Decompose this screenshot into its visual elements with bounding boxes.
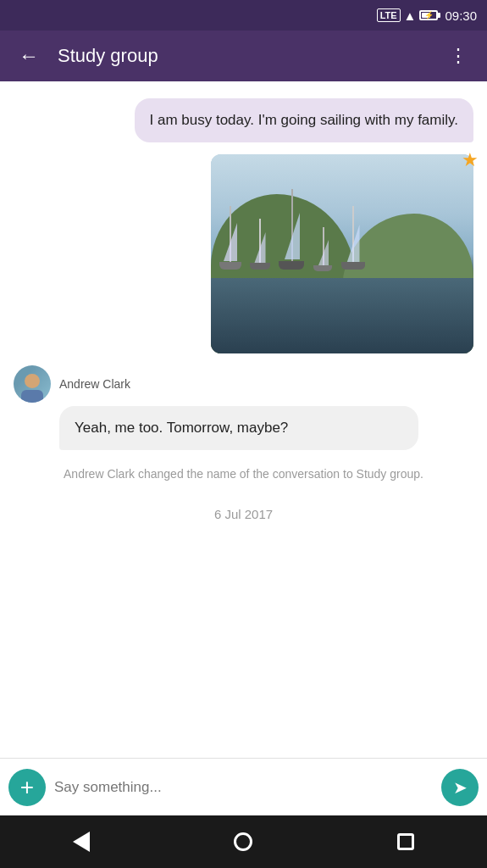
nav-back-icon	[73, 832, 90, 852]
back-button[interactable]: ←	[14, 41, 44, 71]
outgoing-message: I am busy today. I'm going sailing with …	[135, 98, 473, 142]
status-bar: LTE ▲ ⚡ 09:30	[0, 0, 487, 31]
chat-area: I am busy today. I'm going sailing with …	[0, 81, 487, 758]
avatar-body	[21, 390, 43, 403]
more-options-button[interactable]: ⋮	[443, 41, 473, 71]
nav-home-icon	[234, 832, 252, 851]
image-message[interactable]: ★	[211, 154, 473, 353]
status-icons: LTE ▲ ⚡ 09:30	[377, 8, 477, 23]
signal-icon: ▲	[404, 8, 417, 23]
send-button[interactable]: ➤	[441, 769, 479, 806]
avatar-person	[20, 370, 44, 403]
nav-recents-icon	[397, 833, 414, 850]
input-bar: + ➤	[0, 758, 487, 815]
incoming-bubble: Yeah, me too. Tomorrow, maybe?	[59, 406, 418, 450]
date-divider: 6 Jul 2017	[14, 507, 473, 521]
nav-back-button[interactable]	[60, 821, 102, 863]
incoming-message: Andrew Clark Yeah, me too. Tomorrow, may…	[14, 365, 473, 450]
message-input[interactable]	[54, 779, 433, 796]
sender-info: Andrew Clark	[14, 365, 473, 403]
send-icon: ➤	[453, 777, 468, 798]
harbor-image	[211, 154, 473, 353]
battery-icon: ⚡	[419, 10, 438, 20]
nav-home-button[interactable]	[222, 821, 264, 863]
system-message: Andrew Clark changed the name of the con…	[14, 462, 473, 487]
avatar	[14, 365, 51, 403]
page-title: Study group	[58, 45, 429, 67]
nav-recents-button[interactable]	[385, 821, 427, 863]
sender-name: Andrew Clark	[59, 377, 130, 391]
add-icon: +	[20, 776, 34, 799]
water	[211, 278, 473, 353]
avatar-head	[25, 374, 40, 388]
app-bar: ← Study group ⋮	[0, 31, 487, 81]
nav-bar	[0, 815, 487, 868]
time-display: 09:30	[445, 8, 477, 23]
star-icon: ★	[462, 149, 479, 171]
lte-indicator: LTE	[377, 8, 401, 22]
add-button[interactable]: +	[8, 769, 46, 806]
